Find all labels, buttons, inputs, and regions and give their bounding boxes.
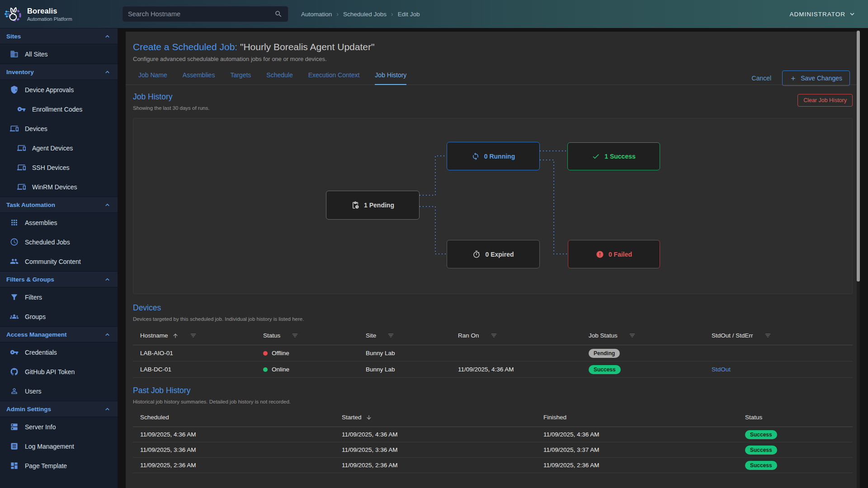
section-label: Access Management bbox=[6, 331, 67, 338]
tab-execution-context[interactable]: Execution Context bbox=[308, 71, 360, 84]
flow-node-failed[interactable]: 0 Failed bbox=[568, 240, 660, 268]
borealis-rabbit-logo-icon bbox=[4, 5, 23, 23]
flow-node-success[interactable]: 1 Success bbox=[567, 142, 660, 170]
sidebar-item-log-management[interactable]: Log Management bbox=[0, 436, 118, 456]
column-header-ran-on[interactable]: Ran On bbox=[451, 332, 581, 339]
tab-job-name[interactable]: Job Name bbox=[138, 71, 167, 84]
column-header-job-status[interactable]: Job Status bbox=[581, 332, 704, 339]
sidebar-section-task-automation[interactable]: Task Automation bbox=[0, 197, 118, 213]
item-label: Server Info bbox=[25, 423, 56, 431]
sidebar-item-groups[interactable]: Groups bbox=[0, 307, 118, 326]
chevron-up-icon bbox=[104, 68, 111, 76]
filter-icon[interactable] bbox=[491, 332, 497, 339]
filter-icon[interactable] bbox=[387, 332, 394, 339]
sidebar-item-github-api-token[interactable]: GitHub API Token bbox=[0, 362, 118, 381]
filter-icon[interactable] bbox=[764, 332, 771, 339]
item-label: WinRM Devices bbox=[32, 183, 77, 191]
sidebar-item-filters[interactable]: Filters bbox=[0, 287, 118, 307]
item-label: Scheduled Jobs bbox=[25, 239, 70, 246]
tab-job-history[interactable]: Job History bbox=[375, 71, 406, 85]
sidebar-item-all-sites[interactable]: All Sites bbox=[0, 44, 118, 64]
key-icon bbox=[17, 105, 26, 113]
history-finished: 11/09/2025, 3:37 AM bbox=[536, 446, 738, 453]
sidebar-item-credentials[interactable]: Credentials bbox=[0, 343, 118, 362]
hostname-search[interactable] bbox=[122, 6, 288, 22]
sidebar-item-agent-devices[interactable]: Agent Devices bbox=[0, 138, 118, 158]
device-table-row[interactable]: LAB-AIO-01 Offline Bunny Lab Pending bbox=[133, 345, 853, 361]
column-header-started[interactable]: Started bbox=[335, 414, 536, 421]
search-icon[interactable] bbox=[274, 10, 283, 18]
sidebar-item-server-info[interactable]: Server Info bbox=[0, 417, 118, 436]
breadcrumb-separator bbox=[336, 10, 339, 18]
sidebar-item-page-template[interactable]: Page Template bbox=[0, 456, 118, 475]
history-finished: 11/09/2025, 4:36 AM bbox=[536, 431, 738, 438]
sidebar-section-filters-groups[interactable]: Filters & Groups bbox=[0, 271, 118, 287]
sidebar-section-inventory[interactable]: Inventory bbox=[0, 64, 118, 80]
filter-icon[interactable] bbox=[629, 332, 636, 339]
pending-clipboard-icon bbox=[351, 201, 359, 209]
tab-targets[interactable]: Targets bbox=[230, 71, 251, 84]
item-label: Page Template bbox=[25, 462, 67, 469]
column-header-hostname[interactable]: Hostname bbox=[133, 332, 256, 339]
device-table-row[interactable]: LAB-DC-01 Online Bunny Lab 11/09/2025, 4… bbox=[133, 361, 853, 378]
devices-table-header: Hostname Status Site Ran On Job Status S… bbox=[133, 326, 853, 345]
tab-schedule[interactable]: Schedule bbox=[266, 71, 292, 84]
history-started: 11/09/2025, 3:36 AM bbox=[335, 446, 536, 453]
device-hostname: LAB-DC-01 bbox=[133, 366, 256, 373]
search-input[interactable] bbox=[128, 10, 274, 18]
column-header-finished[interactable]: Finished bbox=[536, 414, 738, 421]
flow-node-running[interactable]: 0 Running bbox=[447, 142, 540, 170]
scrollbar-thumb[interactable] bbox=[857, 31, 860, 282]
column-header-status[interactable]: Status bbox=[738, 414, 853, 421]
flow-node-label: 0 Expired bbox=[485, 251, 514, 258]
brand-name: Borealis bbox=[27, 7, 72, 15]
building-icon bbox=[10, 50, 19, 58]
brand[interactable]: Borealis Automation Platform bbox=[0, 5, 118, 23]
sidebar-section-sites[interactable]: Sites bbox=[0, 28, 118, 44]
column-header-status[interactable]: Status bbox=[256, 332, 359, 339]
flow-node-label: 0 Running bbox=[484, 153, 515, 160]
sort-ascending-icon bbox=[172, 333, 179, 339]
history-table-row[interactable]: 11/09/2025, 4:36 AM 11/09/2025, 4:36 AM … bbox=[133, 427, 853, 442]
flow-node-expired[interactable]: 0 Expired bbox=[447, 240, 540, 268]
history-table-row[interactable]: 11/09/2025, 3:36 AM 11/09/2025, 3:36 AM … bbox=[133, 442, 853, 458]
breadcrumb-item[interactable]: Automation bbox=[301, 11, 332, 18]
sidebar-item-ssh-devices[interactable]: SSH Devices bbox=[0, 158, 118, 177]
device-hostname: LAB-AIO-01 bbox=[133, 350, 256, 357]
column-header-stdout-stderr[interactable]: StdOut / StdErr bbox=[704, 332, 853, 339]
sidebar-item-scheduled-jobs[interactable]: Scheduled Jobs bbox=[0, 232, 118, 252]
devices-icon bbox=[17, 183, 26, 191]
sidebar-item-community-content[interactable]: Community Content bbox=[0, 252, 118, 271]
column-header-scheduled[interactable]: Scheduled bbox=[133, 414, 335, 421]
user-menu[interactable]: ADMINISTRATOR bbox=[789, 10, 856, 18]
sidebar-item-assemblies[interactable]: Assemblies bbox=[0, 213, 118, 232]
sidebar-item-devices[interactable]: Devices bbox=[0, 119, 118, 138]
filter-icon[interactable] bbox=[190, 332, 197, 339]
chevron-up-icon bbox=[104, 331, 111, 338]
error-icon bbox=[596, 250, 604, 258]
tab-assemblies[interactable]: Assemblies bbox=[183, 71, 215, 84]
sidebar-item-device-approvals[interactable]: Device Approvals bbox=[0, 80, 118, 99]
stdout-link[interactable]: StdOut bbox=[712, 366, 731, 373]
page-title: Create a Scheduled Job: "Hourly Borealis… bbox=[133, 42, 853, 52]
sidebar-item-users[interactable]: Users bbox=[0, 381, 118, 401]
breadcrumb-item[interactable]: Edit Job bbox=[398, 11, 420, 18]
save-changes-button[interactable]: Save Changes bbox=[782, 70, 850, 86]
column-header-site[interactable]: Site bbox=[359, 332, 451, 339]
online-status-dot bbox=[263, 367, 268, 372]
history-status: Success bbox=[738, 461, 853, 470]
filter-icon[interactable] bbox=[292, 332, 298, 339]
sidebar-section-admin-settings[interactable]: Admin Settings bbox=[0, 401, 118, 417]
job-state-flow-diagram: 1 Pending 0 Running 1 Success 0 Expired … bbox=[133, 118, 853, 294]
vertical-scrollbar[interactable] bbox=[857, 30, 860, 488]
device-status: Online bbox=[256, 366, 359, 373]
flow-node-pending[interactable]: 1 Pending bbox=[326, 191, 420, 220]
sidebar-section-access-management[interactable]: Access Management bbox=[0, 326, 118, 343]
breadcrumb-item[interactable]: Scheduled Jobs bbox=[343, 11, 387, 18]
sidebar-item-enrollment-codes[interactable]: Enrollment Codes bbox=[0, 99, 118, 119]
clear-job-history-button[interactable]: Clear Job History bbox=[797, 94, 853, 107]
cancel-button[interactable]: Cancel bbox=[752, 75, 772, 82]
past-job-history-subheading: Historical job history summaries. Detail… bbox=[133, 399, 291, 404]
sidebar-item-winrm-devices[interactable]: WinRM Devices bbox=[0, 177, 118, 197]
history-table-row[interactable]: 11/09/2025, 2:36 AM 11/09/2025, 2:36 AM … bbox=[133, 458, 853, 473]
